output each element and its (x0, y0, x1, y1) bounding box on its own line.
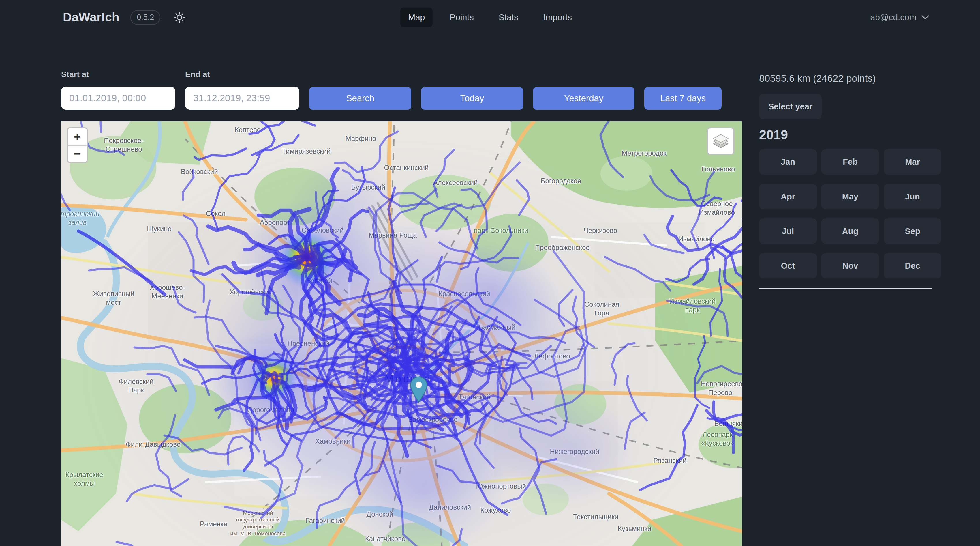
months-grid: Jan Feb Mar Apr May Jun Jul Aug Sep Oct … (759, 149, 943, 278)
yesterday-button[interactable]: Yesterday (533, 87, 635, 110)
sidebar: 80595.6 km (24622 points) Select year 20… (759, 73, 943, 289)
end-at-field: End at (185, 70, 299, 110)
navbar: DaWarIch 0.5.2 Map Points Stats Imports … (0, 0, 980, 35)
zoom-out-button[interactable]: − (68, 145, 86, 162)
tab-imports[interactable]: Imports (535, 8, 580, 27)
end-at-label: End at (185, 70, 299, 79)
month-button-aug[interactable]: Aug (821, 219, 879, 244)
start-at-label: Start at (61, 70, 175, 79)
month-button-jun[interactable]: Jun (884, 184, 941, 209)
month-button-oct[interactable]: Oct (759, 253, 817, 278)
month-button-may[interactable]: May (821, 184, 879, 209)
month-button-feb[interactable]: Feb (821, 149, 879, 175)
tab-map[interactable]: Map (400, 8, 433, 27)
app-logo[interactable]: DaWarIch (63, 10, 119, 24)
end-at-input[interactable] (185, 86, 299, 110)
month-button-apr[interactable]: Apr (759, 184, 817, 209)
map-container[interactable]: Покровское- СтрешневоКоптевоТимирязевски… (61, 121, 742, 546)
theme-toggle-button[interactable] (171, 9, 188, 26)
zoom-in-button[interactable]: + (68, 128, 86, 145)
today-button[interactable]: Today (421, 87, 523, 110)
month-button-nov[interactable]: Nov (821, 253, 879, 278)
month-button-sep[interactable]: Sep (884, 219, 941, 244)
month-button-jul[interactable]: Jul (759, 219, 817, 244)
user-menu[interactable]: ab@cd.com (870, 0, 929, 35)
start-at-input[interactable] (61, 86, 175, 110)
month-button-jan[interactable]: Jan (759, 149, 817, 175)
user-email: ab@cd.com (870, 13, 916, 22)
tab-stats[interactable]: Stats (491, 8, 526, 27)
nav-tabs: Map Points Stats Imports (400, 0, 580, 35)
map-marker[interactable] (409, 376, 428, 403)
chevron-down-icon (921, 15, 929, 20)
month-button-mar[interactable]: Mar (884, 149, 941, 175)
filters-bar: Start at End at Search Today Yesterday L… (61, 70, 722, 110)
version-badge: 0.5.2 (130, 10, 160, 25)
start-at-field: Start at (61, 70, 175, 110)
layers-icon (712, 133, 729, 150)
sidebar-divider (759, 288, 932, 289)
tab-points[interactable]: Points (442, 8, 481, 27)
last-7-days-button[interactable]: Last 7 days (644, 87, 722, 110)
year-heading: 2019 (759, 127, 943, 142)
tracks-group (61, 121, 742, 546)
month-button-dec[interactable]: Dec (884, 253, 941, 278)
layers-control[interactable] (707, 127, 735, 155)
distance-stats: 80595.6 km (24622 points) (759, 73, 943, 84)
navbar-left: DaWarIch 0.5.2 (63, 0, 188, 35)
zoom-control: + − (67, 127, 88, 163)
sun-icon (173, 11, 186, 24)
tracks-layer (61, 121, 742, 546)
select-year-button[interactable]: Select year (759, 94, 822, 119)
search-button[interactable]: Search (309, 87, 411, 110)
